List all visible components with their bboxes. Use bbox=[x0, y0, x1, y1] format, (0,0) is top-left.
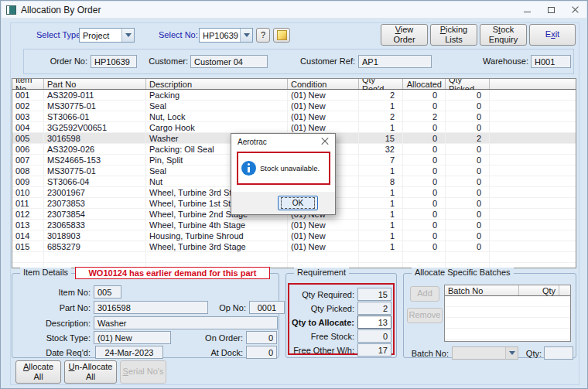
minimize-icon bbox=[524, 12, 531, 12]
column-header[interactable]: Item No bbox=[12, 79, 44, 89]
table-row[interactable]: 0156853279Wheel, Turbine 3rd Stage(01) N… bbox=[12, 241, 576, 252]
description-field: Washer bbox=[94, 316, 278, 329]
table-row[interactable]: 001AS3209-011Packing(01) New200 bbox=[12, 90, 576, 101]
dialog-close-button[interactable] bbox=[321, 138, 329, 145]
part-no-label: Part No: bbox=[28, 303, 91, 312]
date-reqd-field: 24-Mar-2023 bbox=[95, 346, 163, 359]
exit-button[interactable]: Exit bbox=[529, 24, 576, 46]
close-button[interactable] bbox=[566, 4, 583, 15]
info-icon bbox=[241, 161, 256, 176]
dialog-message-highlight: Stock unavailable. bbox=[237, 152, 330, 185]
order-no-label: Order No: bbox=[30, 56, 87, 66]
op-no-field: 0001 bbox=[249, 301, 285, 314]
allocation-by-order-window: Allocation By Order Select Type: Project… bbox=[0, 0, 588, 389]
remove-batch-button[interactable]: Remove bbox=[407, 308, 443, 323]
batch-qty-field bbox=[544, 346, 573, 360]
minimize-button[interactable] bbox=[518, 4, 535, 15]
picking-lists-button[interactable]: Picking Lists bbox=[430, 24, 477, 46]
un-allocate-all-button[interactable]: Un-Allocate All bbox=[64, 360, 117, 384]
requirement-title: Requirement bbox=[294, 268, 349, 277]
chevron-down-icon[interactable] bbox=[240, 29, 252, 42]
table-row[interactable]: 0043G2592V00651Cargo Hook(01) New100 bbox=[12, 122, 576, 133]
order-no-field: HP10639 bbox=[91, 55, 137, 68]
table-row[interactable]: 01323065833Wheel, Turbine 4th Stage(01) … bbox=[12, 220, 576, 230]
dialog-title: Aerotrac bbox=[238, 138, 267, 146]
window-title: Allocation By Order bbox=[21, 5, 101, 15]
batch-row bbox=[445, 307, 570, 318]
free-other-wh-label: Free Other W/h: bbox=[291, 346, 354, 355]
aerotrac-message-dialog: Aerotrac Stock unavailable. OK bbox=[231, 133, 336, 215]
batch-row bbox=[445, 296, 570, 307]
table-row[interactable]: 003ST3066-01Nut, Lock(01) New220 bbox=[12, 111, 576, 122]
stock-enquiry-button[interactable]: Stock Enquiry bbox=[480, 24, 527, 46]
select-no-label: Select No: bbox=[159, 30, 198, 39]
demand-warning: WO10124 has earlier demand for this part bbox=[75, 267, 270, 279]
column-header[interactable]: Part No bbox=[44, 79, 146, 89]
column-header-filler bbox=[490, 79, 576, 89]
date-reqd-label: Date Req'd: bbox=[28, 348, 91, 357]
batch-qty-label: Qty: bbox=[521, 349, 542, 358]
select-type-label: Select Type: bbox=[36, 30, 83, 39]
select-type-dropdown[interactable]: Project bbox=[79, 28, 135, 43]
customer-ref-label: Customer Ref: bbox=[290, 56, 355, 66]
column-header[interactable]: Qty Picked bbox=[446, 79, 490, 89]
table-row[interactable]: 002MS30775-01Seal(01) New100 bbox=[12, 101, 576, 111]
chevron-down-icon[interactable] bbox=[121, 29, 134, 42]
qty-to-allocate-input[interactable]: 13 bbox=[357, 316, 391, 329]
dialog-message: Stock unavailable. bbox=[260, 164, 320, 172]
batch-header-filler bbox=[559, 285, 570, 295]
dialog-ok-button[interactable]: OK bbox=[278, 196, 318, 210]
stock-type-label: Stock Type: bbox=[28, 333, 91, 343]
batch-no-label: Batch No: bbox=[407, 349, 449, 358]
qty-picked-field: 2 bbox=[357, 302, 391, 315]
on-order-field: 0 bbox=[246, 331, 277, 344]
item-no-label: Item No: bbox=[28, 288, 91, 297]
notes-button[interactable] bbox=[273, 28, 290, 43]
batch-no-dropdown[interactable] bbox=[452, 346, 518, 360]
serial-nos-button[interactable]: Serial No's bbox=[120, 360, 166, 384]
on-order-label: On Order: bbox=[197, 333, 243, 343]
title-bar: Allocation By Order bbox=[2, 2, 586, 19]
item-details-title: Item Details bbox=[20, 268, 71, 277]
maximize-icon bbox=[548, 7, 555, 13]
qty-to-allocate-label: Qty to Allocate: bbox=[286, 318, 354, 327]
column-header[interactable]: Qty Req'd bbox=[359, 79, 403, 89]
dialog-footer: OK bbox=[231, 192, 335, 214]
allocate-all-button[interactable]: Allocate All bbox=[15, 360, 61, 384]
view-order-button[interactable]: View Order bbox=[381, 24, 428, 46]
chevron-down-icon bbox=[505, 347, 518, 359]
batch-row bbox=[445, 318, 570, 329]
batch-no-column-header[interactable]: Batch No bbox=[445, 285, 519, 295]
add-batch-button[interactable]: Add bbox=[410, 286, 439, 302]
table-row[interactable]: 0143018903Housing, Turbine Shroud(01) Ne… bbox=[12, 230, 576, 241]
batch-row bbox=[445, 329, 570, 340]
table-row[interactable] bbox=[12, 252, 576, 263]
stock-type-field: (01) New bbox=[94, 331, 171, 344]
warehouse-field: H001 bbox=[531, 55, 571, 68]
batch-table-body bbox=[445, 296, 570, 340]
close-icon bbox=[572, 6, 579, 13]
help-button[interactable]: ? bbox=[256, 28, 270, 43]
note-icon bbox=[277, 30, 287, 40]
maximize-button[interactable] bbox=[542, 4, 559, 15]
item-no-field: 005 bbox=[94, 285, 121, 299]
select-no-dropdown[interactable]: HP10639 bbox=[199, 28, 253, 43]
free-other-wh-field: 17 bbox=[357, 343, 391, 357]
at-dock-label: At Dock: bbox=[197, 348, 243, 357]
batch-table: Batch No Qty bbox=[444, 285, 571, 342]
allocate-batches-group: Allocate Specific Batches Add Remove Bat… bbox=[403, 273, 576, 358]
column-header[interactable]: Description bbox=[146, 79, 288, 89]
customer-label: Customer: bbox=[142, 56, 188, 66]
free-stock-label: Free Stock: bbox=[291, 332, 354, 341]
allocate-batches-title: Allocate Specific Batches bbox=[412, 268, 514, 277]
at-dock-field: 0 bbox=[246, 346, 277, 359]
column-header[interactable]: Allocated bbox=[403, 79, 446, 89]
batch-qty-column-header[interactable]: Qty bbox=[519, 285, 559, 295]
requirement-group: Requirement Qty Required: 15 Qty Picked:… bbox=[285, 273, 397, 358]
warehouse-label: Warehouse: bbox=[474, 56, 528, 66]
qty-required-label: Qty Required: bbox=[291, 290, 354, 299]
app-icon bbox=[6, 5, 16, 15]
column-header[interactable]: Condition bbox=[288, 79, 359, 89]
customer-field: Customer 04 bbox=[190, 55, 268, 68]
op-no-label: Op No: bbox=[212, 303, 246, 312]
